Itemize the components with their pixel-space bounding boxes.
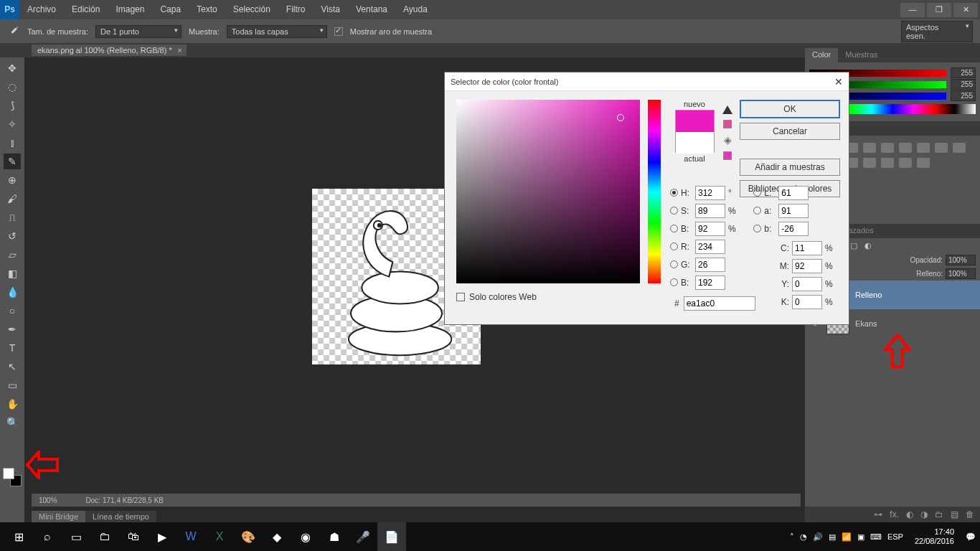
excel-icon[interactable]: X xyxy=(205,522,234,551)
dialog-close-icon[interactable]: ✕ xyxy=(834,76,843,88)
blur-tool[interactable]: 💧 xyxy=(4,284,21,300)
opacity-value[interactable]: 100% xyxy=(946,255,976,265)
g-radio[interactable] xyxy=(670,260,678,268)
layer-mask-icon[interactable]: ◐ xyxy=(906,509,913,519)
r-value[interactable]: 255 xyxy=(951,67,976,78)
add-swatch-button[interactable]: Añadir a muestras xyxy=(740,159,840,176)
battery-icon[interactable]: ▣ xyxy=(857,532,864,542)
history-brush-tool[interactable]: ↺ xyxy=(4,228,21,244)
menu-imagen[interactable]: Imagen xyxy=(108,0,152,19)
store-icon[interactable]: 🛍 xyxy=(119,522,148,551)
b-value[interactable]: 255 xyxy=(951,90,976,101)
s-radio[interactable] xyxy=(670,207,678,215)
menu-texto[interactable]: Texto xyxy=(189,0,225,19)
type-tool[interactable]: T xyxy=(4,340,21,356)
wand-tool[interactable]: ✧ xyxy=(4,116,21,132)
volume-icon[interactable]: 🔊 xyxy=(813,532,823,542)
layer-filter-icon[interactable]: ▢ xyxy=(850,241,857,250)
websafe-swatch[interactable] xyxy=(723,151,732,160)
new-layer-icon[interactable]: ▤ xyxy=(951,509,958,519)
stamp-tool[interactable]: ⎍ xyxy=(4,209,21,225)
zoom-tool[interactable]: 🔍 xyxy=(4,415,21,430)
bval-input[interactable] xyxy=(695,222,725,236)
sample-select[interactable]: Todas las capas xyxy=(227,25,327,38)
app-icon[interactable]: ☗ xyxy=(320,522,349,551)
gamut-warning-icon[interactable] xyxy=(722,105,732,114)
heal-tool[interactable]: ⊕ xyxy=(4,172,21,188)
group-icon[interactable]: 🗀 xyxy=(935,509,943,519)
adj-icon[interactable] xyxy=(899,158,912,168)
menu-ventana[interactable]: Ventana xyxy=(348,0,395,19)
shape-tool[interactable]: ▭ xyxy=(4,377,21,393)
k-input[interactable] xyxy=(792,295,822,309)
b2-radio[interactable] xyxy=(670,278,678,286)
chrome-icon[interactable]: ◉ xyxy=(291,522,320,551)
l-radio[interactable] xyxy=(753,189,761,197)
notifications-icon[interactable]: 💬 xyxy=(966,532,976,542)
r-radio[interactable] xyxy=(670,242,678,250)
language-indicator[interactable]: ESP xyxy=(887,532,903,541)
lb-input[interactable] xyxy=(778,222,809,236)
menu-edicion[interactable]: Edición xyxy=(64,0,108,19)
lasso-tool[interactable]: ⟆ xyxy=(4,98,21,113)
cancel-button[interactable]: Cancelar xyxy=(740,123,840,140)
wifi-icon[interactable]: 📶 xyxy=(842,532,852,542)
delete-layer-icon[interactable]: 🗑 xyxy=(966,509,974,519)
g-value[interactable]: 255 xyxy=(951,79,976,90)
l-input[interactable] xyxy=(778,186,809,200)
search-icon[interactable]: ⌕ xyxy=(33,522,62,551)
adj-icon[interactable] xyxy=(917,143,930,153)
pen-tool[interactable]: ✒ xyxy=(4,321,21,337)
menu-ayuda[interactable]: Ayuda xyxy=(395,0,435,19)
eyedropper-tool[interactable]: ✎ xyxy=(4,154,21,169)
a-input[interactable] xyxy=(778,204,809,218)
menu-archivo[interactable]: Archivo xyxy=(19,0,64,19)
document-tab[interactable]: ekans.png al 100% (Relleno, RGB/8) *× xyxy=(32,44,187,56)
marquee-tool[interactable]: ◌ xyxy=(4,79,21,95)
paint-icon[interactable]: 🎨 xyxy=(234,522,263,551)
b2-input[interactable] xyxy=(695,276,725,290)
network-icon[interactable]: ▤ xyxy=(829,532,836,542)
media-icon[interactable]: ▶ xyxy=(148,522,176,551)
g-input[interactable] xyxy=(695,258,725,272)
menu-vista[interactable]: Vista xyxy=(313,0,347,19)
saturation-field[interactable] xyxy=(456,100,640,283)
explorer-icon[interactable]: 🗀 xyxy=(90,522,119,551)
mini-bridge-tab[interactable]: Mini Bridge xyxy=(32,511,85,522)
tray-chevron-icon[interactable]: ˄ xyxy=(790,532,794,542)
m-input[interactable] xyxy=(792,259,822,273)
b-radio[interactable] xyxy=(670,225,678,232)
adj-icon[interactable] xyxy=(917,158,930,168)
move-tool[interactable]: ✥ xyxy=(4,60,21,76)
h-input[interactable] xyxy=(695,186,725,200)
word-icon[interactable]: W xyxy=(176,522,205,551)
brush-tool[interactable]: 🖌 xyxy=(4,191,21,207)
window-minimize-button[interactable]: — xyxy=(900,3,925,17)
zoom-level[interactable]: 100% xyxy=(39,496,57,504)
y-input[interactable] xyxy=(792,277,822,291)
ok-button[interactable]: OK xyxy=(740,100,840,118)
adj-icon[interactable] xyxy=(863,143,876,153)
app-icon[interactable]: ◆ xyxy=(263,522,291,551)
adj-icon[interactable] xyxy=(863,158,876,168)
link-layers-icon[interactable]: ⊶ xyxy=(874,509,882,519)
path-tool[interactable]: ↖ xyxy=(4,359,21,375)
tray-icon[interactable]: ◔ xyxy=(800,532,807,542)
mic-icon[interactable]: 🎤 xyxy=(349,522,377,551)
timeline-tab[interactable]: Línea de tiempo xyxy=(85,511,156,522)
hue-slider[interactable] xyxy=(648,100,661,283)
menu-seleccion[interactable]: Selección xyxy=(225,0,278,19)
adj-icon[interactable] xyxy=(935,143,948,153)
hex-input[interactable] xyxy=(684,296,755,311)
adj-icon[interactable] xyxy=(881,158,894,168)
web-only-checkbox[interactable] xyxy=(456,293,465,301)
dodge-tool[interactable]: ○ xyxy=(4,303,21,319)
s-input[interactable] xyxy=(695,204,725,218)
crop-tool[interactable]: ⫿ xyxy=(4,135,21,151)
adj-icon[interactable] xyxy=(899,143,912,153)
notepad-icon[interactable]: 📄 xyxy=(377,522,406,551)
lb-radio[interactable] xyxy=(753,225,761,232)
websafe-icon[interactable]: ◈ xyxy=(724,134,732,146)
a-radio[interactable] xyxy=(753,207,761,215)
menu-filtro[interactable]: Filtro xyxy=(278,0,314,19)
